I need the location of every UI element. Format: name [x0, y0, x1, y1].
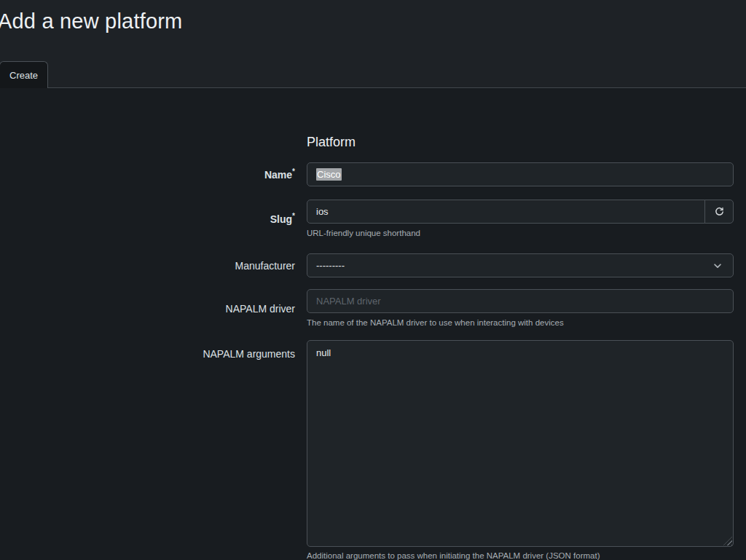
slug-input[interactable] — [307, 200, 705, 224]
form-section-heading: Platform — [307, 135, 746, 150]
napalm-arguments-textarea[interactable]: null — [307, 340, 734, 547]
form-row-napalm-arguments: NAPALM arguments null Additional argumen… — [0, 340, 746, 560]
manufacturer-selected-option: --------- — [316, 260, 345, 271]
manufacturer-label: Manufacturer — [0, 260, 295, 272]
name-input-selected-value: Cisco — [316, 168, 342, 181]
page-title: Add a new platform — [0, 9, 182, 33]
napalm-arguments-help-text: Additional arguments to pass when initia… — [307, 551, 734, 560]
tab-bar: Create — [0, 61, 48, 88]
slug-regenerate-button[interactable] — [704, 200, 734, 224]
chevron-down-icon — [712, 261, 723, 271]
napalm-driver-input[interactable] — [307, 289, 734, 313]
form-row-name: Name* Cisco — [0, 162, 746, 186]
napalm-driver-help-text: The name of the NAPALM driver to use whe… — [307, 318, 734, 328]
refresh-icon — [714, 206, 725, 217]
required-marker: * — [292, 167, 295, 176]
manufacturer-select[interactable]: --------- — [307, 253, 734, 277]
form-row-manufacturer: Manufacturer --------- — [0, 253, 746, 277]
name-label: Name* — [0, 169, 295, 181]
tab-create[interactable]: Create — [0, 61, 48, 88]
form-row-napalm-driver: NAPALM driver The name of the NAPALM dri… — [0, 289, 746, 328]
napalm-driver-label: NAPALM driver — [0, 303, 295, 315]
name-input[interactable]: Cisco — [307, 162, 734, 186]
page-header: Add a new platform Create — [0, 0, 746, 88]
platform-form: Platform Name* Cisco Slug* — [0, 135, 746, 560]
tab-create-label: Create — [9, 70, 38, 81]
slug-help-text: URL-friendly unique shorthand — [307, 228, 734, 238]
required-marker: * — [292, 212, 295, 220]
slug-label: Slug* — [0, 213, 295, 225]
form-row-slug: Slug* URL-friendly unique shorthand — [0, 200, 746, 238]
napalm-arguments-label: NAPALM arguments — [0, 340, 295, 360]
